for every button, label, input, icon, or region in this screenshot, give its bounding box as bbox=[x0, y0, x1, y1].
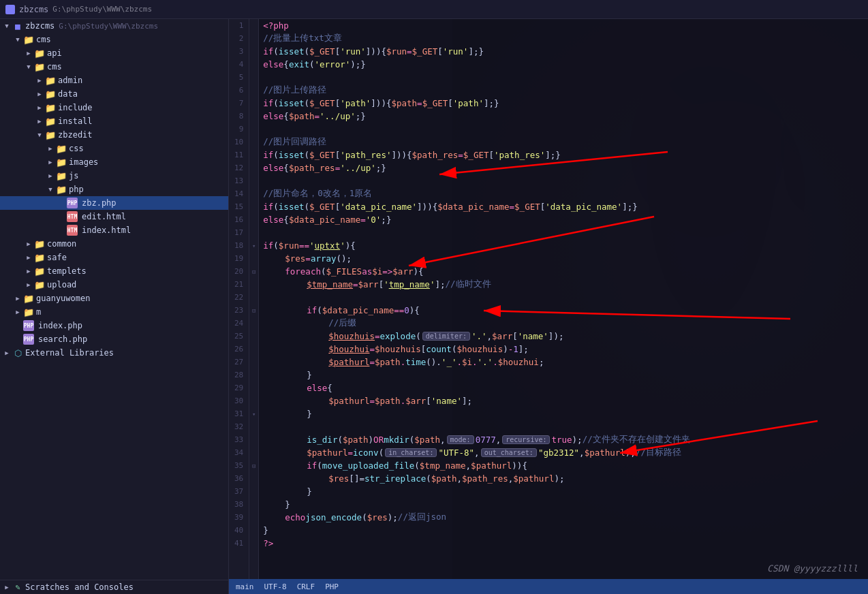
tree-item-guanyuwomen[interactable]: ▶ 📁 guanyuwomen bbox=[0, 292, 228, 305]
tree-arrow: ▶ bbox=[1, 347, 12, 358]
tree-arrow: ▶ bbox=[34, 75, 45, 86]
code-line-23: if($data_pic_name==0){ bbox=[259, 304, 868, 317]
tree-arrow: ▶ bbox=[23, 252, 34, 263]
fold-empty bbox=[249, 84, 258, 97]
fold-marker-35[interactable]: ⊟ bbox=[249, 459, 258, 472]
tree-item-search-php[interactable]: ▶ PHP search.php bbox=[0, 332, 228, 346]
tree-item-zbzcms[interactable]: ▼ ■ zbzcms G:\phpStudy\WWW\zbzcms bbox=[0, 19, 228, 33]
fold-empty bbox=[249, 45, 258, 58]
main-layout: ▼ ■ zbzcms G:\phpStudy\WWW\zbzcms ▼ 📁 cm… bbox=[0, 19, 868, 594]
tree-item-edit-html[interactable]: ▶ HTM edit.html bbox=[0, 210, 228, 223]
fold-empty bbox=[249, 537, 258, 550]
tree-item-templets[interactable]: ▶ 📁 templets bbox=[0, 264, 228, 278]
scratch-icon: ✎ bbox=[12, 582, 23, 593]
tree-item-admin[interactable]: ▶ 📁 admin bbox=[0, 74, 228, 87]
tree-arrow: ▼ bbox=[45, 184, 56, 195]
fold-empty bbox=[249, 58, 258, 71]
folder-icon: 📁 bbox=[34, 61, 45, 72]
tree-item-zbz-php[interactable]: ▶ PHP zbz.php bbox=[0, 196, 228, 210]
line-num-32: 32 bbox=[234, 420, 243, 433]
php-file-icon: PHP bbox=[23, 320, 34, 331]
line-num-25: 25 bbox=[234, 330, 243, 343]
php-file-icon: PHP bbox=[67, 198, 78, 208]
tree-label: index.html bbox=[82, 225, 131, 235]
code-line-26: $houzhui=$houzhuis[count($houzhuis)-1]; bbox=[259, 343, 868, 356]
code-line-5 bbox=[259, 71, 868, 84]
fold-empty bbox=[249, 343, 258, 356]
tree-item-safe[interactable]: ▶ 📁 safe bbox=[0, 251, 228, 264]
tree-label: safe bbox=[47, 253, 67, 262]
tree-item-upload[interactable]: ▶ 📁 upload bbox=[0, 278, 228, 292]
fold-marker-18[interactable]: ▾ bbox=[249, 239, 258, 252]
fold-empty bbox=[249, 472, 258, 485]
code-token: if bbox=[263, 46, 273, 57]
line-num-8: 8 bbox=[234, 110, 243, 123]
tree-item-data[interactable]: ▶ 📁 data bbox=[0, 87, 228, 101]
line-num-36: 36 bbox=[234, 472, 243, 485]
fold-empty bbox=[249, 252, 258, 265]
line-num-14: 14 bbox=[234, 187, 243, 200]
external-libs-icon: ⬡ bbox=[12, 347, 23, 358]
code-line-33: is_dir($path) OR mkdir($path, mode: 0777… bbox=[259, 433, 868, 446]
fold-empty bbox=[249, 485, 258, 498]
tree-label: zbzcms bbox=[25, 21, 55, 31]
code-line-4: else{exit('error');} bbox=[259, 58, 868, 71]
tree-item-m[interactable]: ▶ 📁 m bbox=[0, 305, 228, 319]
code-line-28: } bbox=[259, 369, 868, 381]
tree-arrow: ▼ bbox=[1, 20, 12, 31]
tree-item-index-php[interactable]: ▶ PHP index.php bbox=[0, 319, 228, 332]
code-editor[interactable]: <?php //批量上传txt文章 if(isset($_GET['run'])… bbox=[259, 19, 868, 579]
code-line-29: else{ bbox=[259, 381, 868, 394]
tree-item-php-folder[interactable]: ▼ 📁 php bbox=[0, 183, 228, 196]
project-name: zbzcms bbox=[19, 5, 48, 14]
code-line-21: $tmp_name=$arr['tmp_name'];//临时文件 bbox=[259, 278, 868, 291]
fold-marker-31[interactable]: ▾ bbox=[249, 407, 258, 420]
tree-item-index-html[interactable]: ▶ HTM index.html bbox=[0, 223, 228, 237]
folder-icon: 📁 bbox=[23, 293, 34, 304]
tree-item-include[interactable]: ▶ 📁 include bbox=[0, 101, 228, 114]
folder-icon: 📁 bbox=[34, 48, 45, 59]
line-num-7: 7 bbox=[234, 97, 243, 110]
line-numbers: 1 2 3 4 5 6 7 8 9 10 11 12 13 14 15 16 1… bbox=[229, 19, 249, 579]
fold-marker-20[interactable]: ⊟ bbox=[249, 265, 258, 278]
line-num-29: 29 bbox=[234, 381, 243, 394]
fold-empty bbox=[249, 97, 258, 110]
folder-icon: 📁 bbox=[34, 238, 45, 249]
tree-item-external-libs[interactable]: ▶ ⬡ External Libraries bbox=[0, 346, 228, 360]
line-num-15: 15 bbox=[234, 200, 243, 213]
tree-item-install[interactable]: ▶ 📁 install bbox=[0, 114, 228, 128]
tree-arrow: ▶ bbox=[45, 170, 56, 181]
tree-label: data bbox=[58, 89, 78, 99]
line-num-39: 39 bbox=[234, 511, 243, 524]
line-num-26: 26 bbox=[234, 343, 243, 356]
tree-item-cms[interactable]: ▼ 📁 cms bbox=[0, 33, 228, 46]
tree-item-images[interactable]: ▶ 📁 images bbox=[0, 155, 228, 169]
code-line-3: if(isset($_GET['run'])){$run=$_GET['run'… bbox=[259, 45, 868, 58]
fold-empty bbox=[249, 524, 258, 537]
line-num-27: 27 bbox=[234, 356, 243, 369]
code-line-19: $res=array(); bbox=[259, 252, 868, 265]
project-icon: ■ bbox=[12, 20, 23, 31]
tree-item-css[interactable]: ▶ 📁 css bbox=[0, 142, 228, 155]
code-line-6: //图片上传路径 bbox=[259, 84, 868, 97]
tree-item-scratches[interactable]: ▶ ✎ Scratches and Consoles bbox=[0, 580, 228, 594]
tree-item-cms2[interactable]: ▼ 📁 cms bbox=[0, 60, 228, 74]
code-line-32 bbox=[259, 420, 868, 433]
line-num-13: 13 bbox=[234, 174, 243, 187]
tree-label: api bbox=[47, 48, 62, 58]
tree-label: guanyuwomen bbox=[36, 294, 90, 303]
tree-item-common[interactable]: ▶ 📁 common bbox=[0, 237, 228, 251]
tree-item-zbzedit[interactable]: ▼ 📁 zbzedit bbox=[0, 128, 228, 142]
fold-marker-23[interactable]: ⊟ bbox=[249, 304, 258, 317]
sidebar-bottom: ▶ ✎ Scratches and Consoles bbox=[0, 580, 228, 594]
code-line-1: <?php bbox=[259, 19, 868, 32]
tree-label: index.php bbox=[38, 321, 82, 330]
code-line-31: } bbox=[259, 407, 868, 420]
code-line-36: $res[]=str_ireplace($path,$path_res,$pat… bbox=[259, 472, 868, 485]
tree-item-js[interactable]: ▶ 📁 js bbox=[0, 169, 228, 183]
fold-empty bbox=[249, 278, 258, 291]
fold-empty bbox=[249, 187, 258, 200]
tree-label: zbzedit bbox=[58, 130, 93, 140]
line-num-37: 37 bbox=[234, 485, 243, 498]
tree-item-api[interactable]: ▶ 📁 api bbox=[0, 46, 228, 60]
